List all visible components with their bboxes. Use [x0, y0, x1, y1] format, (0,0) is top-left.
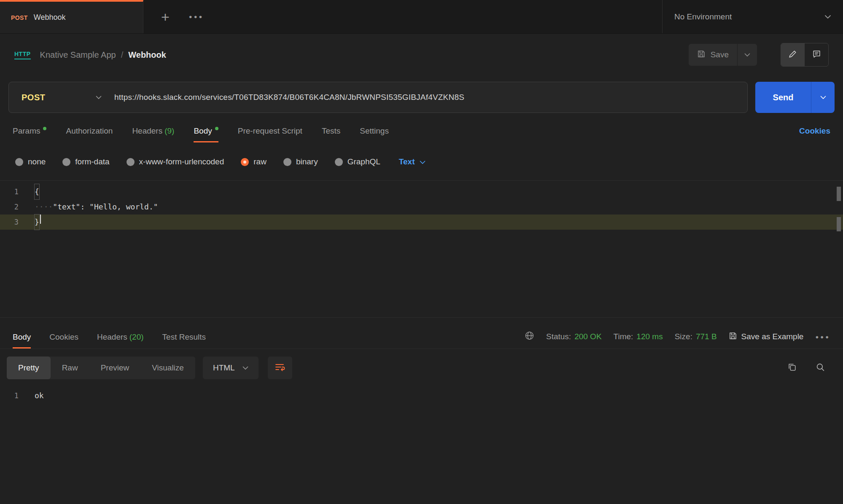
body-active-dot	[215, 127, 218, 130]
tab-settings[interactable]: Settings	[360, 126, 389, 142]
mode-form-data[interactable]: form-data	[62, 157, 109, 166]
tab-headers-label: Headers	[132, 126, 162, 135]
tab-tests[interactable]: Tests	[322, 126, 340, 142]
network-globe-icon[interactable]	[525, 331, 534, 343]
save-button[interactable]: Save	[689, 44, 737, 66]
editor-scrollbar[interactable]	[837, 183, 841, 314]
status-badge: Status: 200 OK	[546, 332, 602, 341]
edit-documentation-button[interactable]	[781, 43, 805, 66]
url-input[interactable]: https://hooks.slack.com/services/T06TD83…	[114, 93, 464, 102]
save-button-label: Save	[711, 50, 729, 59]
mode-graphql-label: GraphQL	[347, 157, 380, 166]
breadcrumb-request-name[interactable]: Webhook	[128, 50, 166, 60]
copy-icon[interactable]	[787, 362, 797, 374]
send-button[interactable]: Send	[755, 82, 811, 113]
response-tab-test-results[interactable]: Test Results	[162, 332, 206, 349]
tab-params-label: Params	[13, 126, 40, 135]
time-value: 120 ms	[636, 332, 663, 341]
time-label: Time:	[614, 332, 633, 341]
line-number: 3	[0, 214, 35, 230]
editor-line-active[interactable]: 3 }	[0, 214, 843, 230]
view-raw[interactable]: Raw	[51, 357, 89, 379]
radio-icon	[62, 158, 70, 166]
send-button-group: Send	[755, 82, 835, 113]
response-more-options-icon[interactable]: ●●●	[815, 334, 830, 340]
tab-method-label: POST	[11, 14, 28, 21]
response-tab-cookies-label: Cookies	[49, 332, 78, 341]
new-tab-button[interactable]: +	[161, 10, 170, 24]
response-view-switcher: Pretty Raw Preview Visualize	[7, 357, 195, 379]
method-dropdown[interactable]: POST	[9, 93, 114, 102]
save-icon	[729, 332, 737, 342]
response-format-label: HTML	[213, 363, 235, 373]
response-tab-cookies[interactable]: Cookies	[49, 332, 78, 349]
comments-button[interactable]	[805, 43, 828, 66]
mode-form-data-label: form-data	[75, 157, 109, 166]
scrollbar-mark[interactable]	[837, 187, 841, 201]
save-as-example-button[interactable]: Save as Example	[729, 332, 804, 342]
line-number: 1	[0, 389, 35, 403]
response-toolbar: Pretty Raw Preview Visualize HTML	[7, 357, 836, 379]
tab-pre-request-script[interactable]: Pre-request Script	[238, 126, 302, 142]
response-tab-headers[interactable]: Headers(20)	[97, 332, 144, 349]
editor-line[interactable]: 1 {	[0, 184, 843, 199]
radio-icon	[283, 158, 291, 166]
environment-label: No Environment	[674, 12, 732, 21]
tab-body[interactable]: Body	[194, 126, 218, 142]
comment-icon	[812, 50, 821, 60]
save-button-group: Save	[689, 44, 757, 66]
tab-actions: + ●●●	[143, 0, 204, 33]
cookies-link[interactable]: Cookies	[799, 126, 830, 142]
response-tab-headers-label: Headers	[97, 332, 127, 341]
response-tab-body[interactable]: Body	[13, 332, 31, 349]
params-active-dot	[43, 127, 46, 130]
mode-none[interactable]: none	[15, 157, 46, 166]
view-visualize[interactable]: Visualize	[140, 357, 195, 379]
pencil-icon	[788, 50, 797, 60]
wrap-line-button[interactable]	[268, 357, 292, 379]
view-pretty[interactable]: Pretty	[7, 357, 51, 379]
mode-x-www-form-urlencoded-label: x-www-form-urlencoded	[139, 157, 224, 166]
tab-params[interactable]: Params	[13, 126, 46, 142]
size-badge: Size: 771 B	[675, 332, 717, 341]
radio-selected-icon	[241, 158, 249, 166]
scrollbar-mark[interactable]	[837, 217, 841, 231]
response-format-dropdown[interactable]: HTML	[203, 357, 259, 379]
request-tab-webhook[interactable]: POST Webhook	[0, 0, 143, 33]
breadcrumb-separator: /	[121, 50, 124, 60]
request-header-actions: Save	[689, 43, 829, 67]
request-body-editor[interactable]: 1 { 2 ···· "text": "Hello, world." 3 }	[0, 180, 843, 318]
radio-icon	[127, 158, 135, 166]
request-header: HTTP Knative Sample App / Webhook Save	[0, 34, 843, 76]
editor-line[interactable]: 2 ···· "text": "Hello, world."	[0, 199, 843, 214]
request-tab-bar: POST Webhook + ●●● No Environment	[0, 0, 843, 34]
line-number: 2	[0, 199, 35, 214]
request-tabs: Params Authorization Headers(9) Body Pre…	[0, 122, 843, 142]
mode-binary-label: binary	[296, 157, 318, 166]
mode-binary[interactable]: binary	[283, 157, 318, 166]
response-body-viewer[interactable]: 1 ok	[0, 389, 843, 504]
tab-authorization[interactable]: Authorization	[66, 126, 113, 142]
request-side-actions	[781, 43, 829, 67]
tab-more-options-icon[interactable]: ●●●	[189, 13, 204, 20]
size-value: 771 B	[696, 332, 717, 341]
method-label: POST	[22, 93, 45, 102]
save-options-button[interactable]	[738, 44, 757, 66]
raw-language-dropdown[interactable]: Text	[399, 157, 426, 166]
url-container: POST https://hooks.slack.com/services/T0…	[8, 82, 748, 113]
mode-x-www-form-urlencoded[interactable]: x-www-form-urlencoded	[127, 157, 224, 166]
tab-tests-label: Tests	[322, 126, 340, 135]
mode-graphql[interactable]: GraphQL	[335, 157, 380, 166]
http-request-icon: HTTP	[14, 51, 31, 59]
environment-selector[interactable]: No Environment	[662, 0, 843, 33]
view-preview[interactable]: Preview	[89, 357, 141, 379]
tab-headers[interactable]: Headers(9)	[132, 126, 174, 142]
response-line: 1 ok	[0, 389, 843, 403]
radio-icon	[15, 158, 23, 166]
send-options-button[interactable]	[811, 82, 835, 113]
search-icon[interactable]	[816, 362, 825, 374]
tab-authorization-label: Authorization	[66, 126, 113, 135]
breadcrumb-collection[interactable]: Knative Sample App	[40, 50, 116, 60]
mode-raw[interactable]: raw	[241, 157, 267, 166]
response-text: ok	[35, 389, 44, 403]
